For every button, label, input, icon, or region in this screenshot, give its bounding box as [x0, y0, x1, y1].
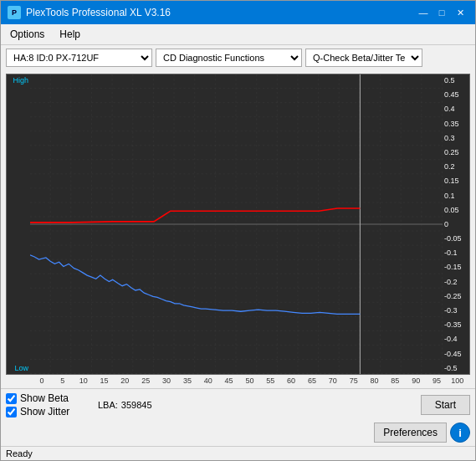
- title-bar-left: P PlexTools Professional XL V3.16: [8, 6, 171, 19]
- rl-11: -0.05: [444, 234, 468, 243]
- bottom-bar: Show Beta Show Jitter LBA: 359845 Start: [1, 388, 475, 421]
- toolbar: HA:8 ID:0 PX-712UF CD Diagnostic Functio…: [1, 45, 475, 70]
- rl-10: 0: [444, 220, 468, 228]
- chart-svg: [30, 74, 443, 374]
- chart-container: High Low 0.5 0.45 0.4 0.35 0.3 0.25 0.2 …: [1, 70, 475, 388]
- rl-0: 0.5: [444, 76, 468, 85]
- x-label-0: 0: [34, 376, 49, 385]
- lba-label: LBA:: [98, 400, 118, 410]
- x-axis-labels: 0 5 10 15 20 25 30 35 40 45 50 55 60 65 …: [6, 375, 470, 387]
- close-button[interactable]: ✕: [452, 4, 468, 21]
- menu-options[interactable]: Options: [4, 26, 50, 43]
- x-label-14: 70: [325, 376, 340, 385]
- x-label-1: 5: [55, 376, 70, 385]
- rl-13: -0.15: [444, 263, 468, 271]
- show-beta-row: Show Beta: [6, 392, 90, 404]
- drive-select[interactable]: HA:8 ID:0 PX-712UF: [6, 49, 152, 67]
- maximize-button[interactable]: □: [433, 4, 450, 21]
- chart-right-labels: 0.5 0.45 0.4 0.35 0.3 0.25 0.2 0.15 0.1 …: [443, 74, 469, 374]
- x-label-13: 65: [305, 376, 320, 385]
- rl-17: -0.35: [444, 320, 468, 329]
- preferences-button[interactable]: Preferences: [374, 423, 447, 443]
- app-icon: P: [8, 6, 21, 19]
- show-beta-checkbox[interactable]: [6, 393, 17, 404]
- minimize-button[interactable]: —: [415, 4, 432, 21]
- rl-3: 0.35: [444, 120, 468, 128]
- chart-left-labels: High Low: [7, 74, 30, 374]
- chart-plot: [30, 74, 443, 374]
- rl-6: 0.2: [444, 162, 468, 171]
- status-bar: Ready: [1, 446, 475, 460]
- x-label-5: 25: [138, 376, 153, 385]
- function-select[interactable]: CD Diagnostic Functions: [156, 49, 302, 67]
- x-label-16: 80: [367, 376, 382, 385]
- x-label-2: 10: [76, 376, 91, 385]
- prefs-row: Preferences i: [1, 421, 475, 446]
- main-window: P PlexTools Professional XL V3.16 — □ ✕ …: [0, 0, 476, 461]
- rl-1: 0.45: [444, 90, 468, 99]
- x-label-9: 45: [222, 376, 237, 385]
- menu-bar: Options Help: [1, 24, 475, 45]
- rl-2: 0.4: [444, 105, 468, 113]
- checkboxes-area: Show Beta Show Jitter: [6, 392, 90, 417]
- menu-help[interactable]: Help: [54, 26, 86, 43]
- title-bar: P PlexTools Professional XL V3.16 — □ ✕: [1, 1, 475, 24]
- show-beta-label: Show Beta: [20, 392, 69, 404]
- status-text: Ready: [6, 448, 33, 458]
- rl-14: -0.2: [444, 278, 468, 286]
- x-label-3: 15: [97, 376, 112, 385]
- show-jitter-checkbox[interactable]: [6, 407, 17, 417]
- x-label-12: 60: [284, 376, 299, 385]
- lba-value: 359845: [121, 400, 152, 410]
- x-label-15: 75: [346, 376, 361, 385]
- info-button[interactable]: i: [450, 423, 470, 443]
- window-title: PlexTools Professional XL V3.16: [26, 7, 171, 18]
- chart-area: High Low 0.5 0.45 0.4 0.35 0.3 0.25 0.2 …: [6, 74, 470, 375]
- start-button[interactable]: Start: [421, 395, 470, 415]
- x-label-11: 55: [263, 376, 278, 385]
- x-label-8: 40: [201, 376, 216, 385]
- buttons-area: Start: [421, 395, 470, 415]
- x-label-18: 90: [408, 376, 423, 385]
- x-label-6: 30: [159, 376, 174, 385]
- x-label-4: 20: [117, 376, 132, 385]
- show-jitter-row: Show Jitter: [6, 406, 90, 417]
- show-jitter-label: Show Jitter: [20, 406, 69, 417]
- rl-8: 0.1: [444, 192, 468, 200]
- lba-area: LBA: 359845: [98, 400, 421, 410]
- rl-12: -0.1: [444, 248, 468, 257]
- rl-19: -0.45: [444, 350, 468, 358]
- rl-15: -0.25: [444, 292, 468, 300]
- x-label-10: 50: [242, 376, 257, 385]
- rl-4: 0.3: [444, 134, 468, 142]
- title-controls: — □ ✕: [415, 4, 468, 21]
- x-label-7: 35: [180, 376, 195, 385]
- x-label-20: 100: [450, 376, 465, 385]
- test-select[interactable]: Q-Check Beta/Jitter Test: [305, 49, 422, 67]
- rl-7: 0.15: [444, 177, 468, 185]
- rl-18: -0.4: [444, 335, 468, 343]
- x-label-19: 95: [429, 376, 444, 385]
- rl-9: 0.05: [444, 206, 468, 214]
- chart-high-label: High: [8, 76, 28, 85]
- rl-20: -0.5: [444, 364, 468, 372]
- rl-16: -0.3: [444, 306, 468, 315]
- x-label-17: 85: [387, 376, 402, 385]
- rl-5: 0.25: [444, 148, 468, 156]
- chart-low-label: Low: [8, 364, 28, 372]
